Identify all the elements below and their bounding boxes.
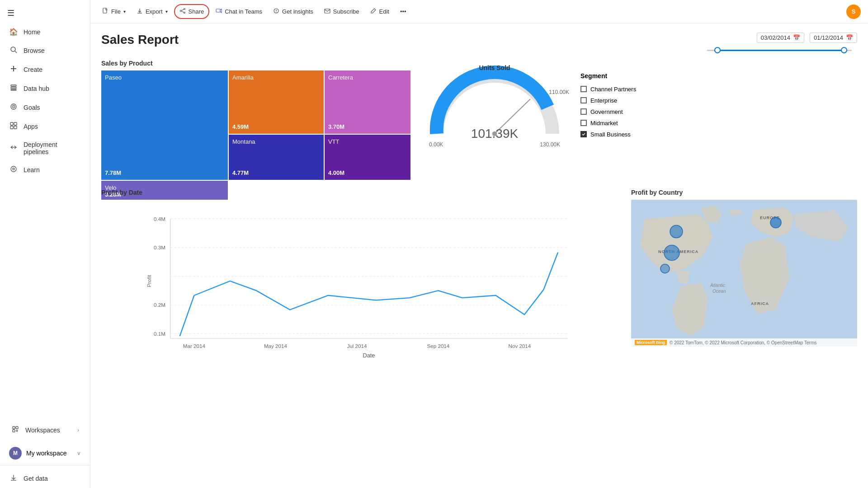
chat-in-teams-button[interactable]: Chat in Teams [211,5,267,18]
sidebar-workspaces-label: Workspaces [25,427,72,434]
file-button[interactable]: File ▾ [98,5,130,18]
sidebar-item-get-data[interactable]: Get data [2,469,88,488]
gauge-title: Units Sold [422,64,567,71]
treemap-paseo[interactable]: Paseo 7.78M [101,70,228,180]
treemap-amarilla[interactable]: Amarilla 4.59M [229,70,324,134]
date-start-input[interactable]: 03/02/2014 📅 [757,33,804,43]
svg-text:Jul 2014: Jul 2014 [347,343,367,349]
gauge-tick: 110.00K [549,89,569,95]
subscribe-button[interactable]: Subscribe [320,5,364,18]
svg-point-29 [184,12,185,14]
deployment-icon [9,144,18,153]
export-label: Export [146,8,163,15]
profit-date-chart: 0.4M 0.3M 0.2M 0.1M Profit Mar 2014 May … [101,200,622,362]
svg-point-66 [770,217,781,228]
sidebar-toggle[interactable]: ☰ [0,4,90,23]
enterprise-label: Enterprise [590,97,617,104]
export-chevron-icon: ▾ [165,9,168,14]
svg-line-1 [15,51,17,53]
svg-point-16 [13,168,14,170]
segment-channel-partners[interactable]: Channel Partners [580,86,636,93]
svg-text:Atlantic: Atlantic [710,283,725,288]
sidebar: ☰ 🏠 Home Browse Create Data hub Goals Ap… [0,0,90,488]
segment-title: Segment [580,72,636,80]
sidebar-item-workspaces[interactable]: Workspaces › [4,421,86,439]
date-start-value: 03/02/2014 [761,34,790,41]
get-insights-button[interactable]: Get insights [269,5,318,18]
small-business-checkbox[interactable] [580,131,587,137]
bing-logo: Microsoft Bing [635,340,667,345]
svg-point-9 [13,106,14,107]
segment-enterprise[interactable]: Enterprise [580,97,636,104]
sidebar-item-home[interactable]: 🏠 Home [2,23,88,41]
svg-rect-12 [10,126,13,129]
sidebar-item-deployment[interactable]: Deployment pipelines [2,136,88,160]
date-range-slider[interactable] [707,46,852,55]
sidebar-browse-label: Browse [24,47,81,54]
my-workspace-chevron-icon: ∨ [77,450,81,456]
svg-point-65 [660,264,670,273]
carretera-label: Carretera [328,74,407,81]
slider-left-thumb[interactable] [714,47,721,53]
svg-line-30 [181,9,184,10]
treemap-carretera[interactable]: Carretera 3.70M [325,70,410,134]
share-icon [179,8,186,15]
svg-text:Date: Date [363,352,375,359]
svg-point-63 [670,225,683,238]
share-button[interactable]: Share [174,4,210,19]
export-button[interactable]: Export ▾ [132,5,172,18]
vtt-label: VTT [328,138,407,145]
svg-point-27 [184,9,185,10]
channel-partners-checkbox[interactable] [580,86,587,92]
sidebar-item-my-workspace[interactable]: M My workspace ∨ [2,443,88,463]
sidebar-item-learn[interactable]: Learn [2,161,88,179]
svg-point-0 [11,47,15,52]
file-chevron-icon: ▾ [123,9,126,14]
segment-small-business[interactable]: Small Business [580,131,636,138]
enterprise-checkbox[interactable] [580,97,587,103]
workspace-avatar: M [9,447,22,460]
small-business-label: Small Business [590,131,631,138]
svg-text:AFRICA: AFRICA [751,301,769,306]
get-data-icon [9,474,18,483]
government-checkbox[interactable] [580,108,587,115]
treemap-montana[interactable]: Montana 4.77M [229,135,324,180]
edit-button[interactable]: Edit [366,5,394,18]
calendar-start-icon: 📅 [793,34,800,41]
segment-government[interactable]: Government [580,108,636,115]
more-button[interactable]: ••• [396,5,411,18]
svg-text:Sep 2014: Sep 2014 [427,343,450,349]
paseo-label: Paseo [105,74,224,81]
calendar-end-icon: 📅 [846,34,853,41]
sales-by-product-treemap: Paseo 7.78M Amarilla 4.59M Carretera 3.7… [101,70,413,180]
subscribe-label: Subscribe [333,8,359,15]
svg-text:May 2014: May 2014 [264,343,288,349]
sidebar-item-data-hub[interactable]: Data hub [2,80,88,98]
home-icon: 🏠 [9,28,18,36]
date-end-input[interactable]: 01/12/2014 📅 [810,33,857,43]
gauge-value: 101.39K [471,127,518,141]
gauge-section: Units Sold 101.39K 0.00 [422,60,857,180]
page-title: Sales Report [101,33,179,47]
svg-rect-19 [13,430,15,432]
browse-icon [9,46,18,55]
segment-midmarket[interactable]: Midmarket [580,120,636,127]
sidebar-item-browse[interactable]: Browse [2,42,88,60]
create-icon [9,65,18,74]
sidebar-item-goals[interactable]: Goals [2,99,88,117]
user-avatar[interactable]: S [846,5,861,19]
workspaces-chevron-icon: › [77,427,79,433]
chat-teams-label: Chat in Teams [225,8,262,15]
treemap-vtt[interactable]: VTT 4.00M [325,135,410,180]
svg-text:Nov 2014: Nov 2014 [509,343,531,349]
svg-point-28 [180,10,181,12]
slider-right-thumb[interactable] [841,47,847,53]
avatar-initials: S [852,8,856,15]
sidebar-item-create[interactable]: Create [2,61,88,79]
sidebar-apps-label: Apps [24,123,81,130]
midmarket-checkbox[interactable] [580,120,587,126]
export-icon [137,8,143,15]
edit-label: Edit [379,8,389,15]
svg-text:Mar 2014: Mar 2014 [183,343,206,349]
sidebar-item-apps[interactable]: Apps [2,117,88,136]
